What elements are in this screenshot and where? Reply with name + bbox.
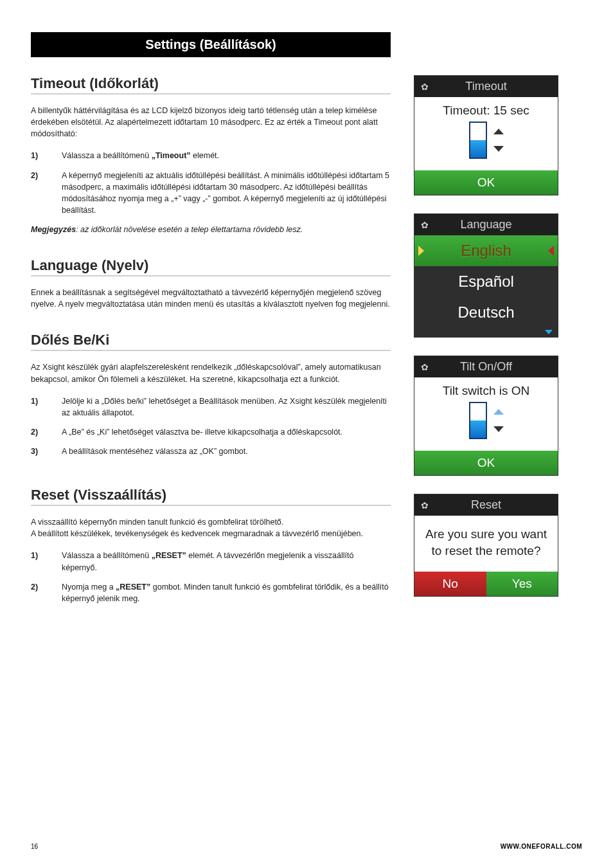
language-text: Ennek a beállításnak a segítségével megv… [31,287,391,310]
screen-tilt: ✿ Tilt On/Off Tilt switch is ON OK [414,356,558,476]
heading-tilt: Dőlés Be/Ki [31,332,391,351]
reset-intro2: A beállított készülékek, tevékenységek é… [31,528,391,539]
gear-icon: ✿ [421,500,429,511]
heading-reset: Reset (Visszaállítás) [31,487,391,506]
chevron-up-icon[interactable] [493,129,504,134]
reset-intro1: A visszaállító képernyőn minden tanult f… [31,516,391,528]
screen-language-header: ✿ Language [414,214,558,235]
page-banner: Settings (Beállítások) [31,32,391,57]
step-item: 2)A képernyő megjeleníti az aktuális idő… [31,170,391,217]
reset-question: Are you sure you want to reset the remot… [414,516,558,572]
heading-language: Language (Nyelv) [31,257,391,276]
language-option[interactable]: English [414,235,558,266]
language-option[interactable]: Español [414,266,558,297]
ok-button[interactable]: OK [414,451,558,475]
timeout-note: Megjegyzés: az időkorlát növelése esetén… [31,224,391,235]
footer-url: WWW.ONEFORALL.COM [501,843,582,850]
heading-timeout: Timeout (Időkorlát) [31,75,391,95]
chevron-down-icon[interactable] [493,146,504,152]
yes-button[interactable]: Yes [486,572,558,596]
gear-icon: ✿ [421,220,429,230]
tilt-steps: 1)Jelölje ki a „Dőlés be/ki” lehetőséget… [31,395,391,458]
timeout-intro: A billentyűk háttérvilágítása és az LCD … [31,105,391,140]
gear-icon: ✿ [421,82,429,92]
timeout-slider[interactable] [469,122,487,159]
language-scroll-indicator[interactable] [414,328,558,337]
gear-icon: ✿ [421,362,429,372]
screen-reset-header: ✿ Reset [414,494,558,516]
step-item: 2)Nyomja meg a „RESET” gombot. Minden ta… [31,581,391,604]
no-button[interactable]: No [414,572,486,596]
step-item: 2)A „Be” és „Ki” lehetőséget választva b… [31,426,391,438]
screen-timeout: ✿ Timeout Timeout: 15 sec OK [414,75,558,195]
tilt-status-line: Tilt switch is ON [420,384,553,398]
language-option[interactable]: Deutsch [414,297,558,328]
step-item: 1)Válassza a beállítómenü „Timeout” elem… [31,150,391,161]
ok-button[interactable]: OK [414,170,558,195]
screen-language: ✿ Language EnglishEspañolDeutsch [414,213,558,338]
step-item: 3)A beállítások mentéséhez válassza az „… [31,446,391,457]
tilt-slider[interactable] [469,402,487,439]
chevron-up-icon[interactable] [493,409,504,415]
reset-steps: 1)Válassza a beállítómenü „RESET” elemét… [31,550,391,604]
timeout-steps: 1)Válassza a beállítómenü „Timeout” elem… [31,150,391,216]
chevron-down-icon[interactable] [493,426,504,432]
screen-tilt-header: ✿ Tilt On/Off [414,356,558,377]
tilt-intro: Az Xsight készülék gyári alapfelszerelés… [31,361,391,384]
step-item: 1)Jelölje ki a „Dőlés be/ki” lehetőséget… [31,395,391,419]
timeout-value-line: Timeout: 15 sec [420,104,553,118]
step-item: 1)Válassza a beállítómenü „RESET” elemét… [31,550,391,573]
screen-reset: ✿ Reset Are you sure you want to reset t… [414,494,558,597]
screen-timeout-header: ✿ Timeout [414,76,558,97]
page-number: 16 [31,843,38,850]
